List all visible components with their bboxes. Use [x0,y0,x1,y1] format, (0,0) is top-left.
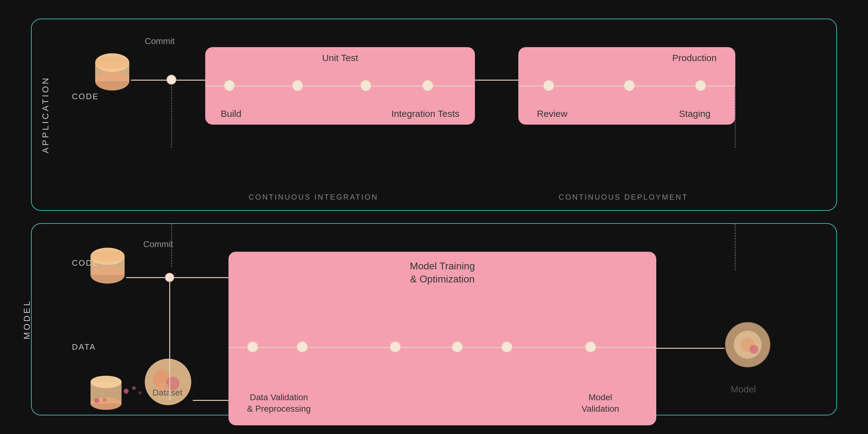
cd-label: CONTINUOUS DEPLOYMENT [559,193,688,202]
ci-pipeline-line [205,86,475,87]
svg-point-13 [91,376,122,388]
model-output-icon [723,317,773,373]
staging-label: Staging [679,108,711,119]
model-output-label: Model [731,384,756,395]
ml-node-3 [390,341,401,352]
line-to-commit-app [131,80,168,81]
model-training-label2: & Optimization [228,273,656,285]
svg-point-15 [103,398,106,402]
line-ci-cd [475,80,518,81]
ci-node-3 [360,80,371,91]
svg-point-2 [95,72,129,91]
cd-node-2 [624,80,635,91]
dashed-v-cd-model-top [735,224,736,270]
model-validation-label: ModelValidation [582,392,619,414]
cd-stage-box: Production Review Staging [518,47,735,125]
application-section: APPLICATION CODE Commit Unit Test Build [31,19,837,211]
build-label: Build [221,108,242,119]
unit-test-label: Unit Test [205,53,475,63]
data-validation-label: Data Validation& Preprocessing [247,392,311,414]
model-label-side: MODEL [22,299,32,339]
production-label: Production [672,53,717,63]
code-icon-app [94,47,131,97]
svg-point-9 [91,251,125,262]
line-commit-to-stage1-app [176,80,207,81]
svg-point-16 [124,389,129,394]
svg-point-7 [91,266,125,284]
application-label: APPLICATION [41,76,51,153]
ci-node-2 [292,80,303,91]
ml-node-6 [585,341,596,352]
line-dataset-stage [193,400,230,401]
data-sparks [123,382,145,401]
dataset-icon [143,354,193,410]
cd-node-1 [543,80,554,91]
data-icon [89,373,123,413]
model-commit-label: Commit [143,239,173,249]
diagram-container: APPLICATION CODE Commit Unit Test Build [31,19,837,415]
svg-point-4 [95,56,129,69]
line-ml-output [656,348,724,349]
data-label: DATA [72,342,96,352]
ml-node-4 [452,341,463,352]
svg-point-17 [132,386,136,390]
model-training-label: Model Training [228,260,656,272]
line-commit-stage [169,277,230,278]
dataset-label: Dataset [153,388,183,398]
app-commit-label: Commit [145,36,175,46]
code-icon-model [89,242,126,289]
ml-node-2 [297,341,308,352]
svg-point-26 [750,345,758,354]
model-section: MODEL CODE Commit DATA [31,223,837,415]
ci-node-1 [224,80,235,91]
integration-tests-label: Integration Tests [391,108,459,119]
ci-label: CONTINUOUS INTEGRATION [249,193,378,202]
line-to-commit-model [126,277,166,278]
svg-point-14 [94,398,99,403]
ci-node-4 [422,80,433,91]
dashed-v-app [171,86,172,148]
ml-stage-box: Model Training & Optimization Data Valid… [228,252,656,425]
dashed-v-cd [735,86,736,148]
ci-stage-box: Unit Test Build Integration Tests [205,47,475,125]
svg-point-18 [138,391,142,394]
commit-node-app [166,75,176,85]
ml-node-5 [501,341,513,352]
line-v-model [169,282,170,400]
review-label: Review [537,108,567,119]
cd-node-3 [695,80,706,91]
ml-node-1 [247,341,258,352]
